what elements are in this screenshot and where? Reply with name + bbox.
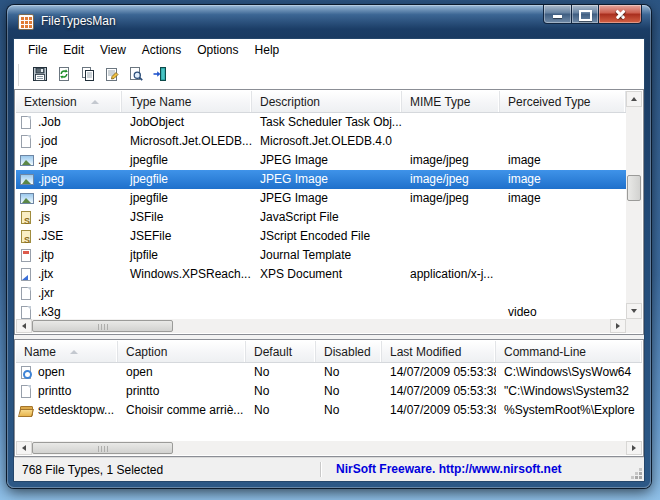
vertical-scrollbar[interactable] — [626, 91, 642, 319]
column-header-label: Last Modified — [390, 345, 461, 359]
resize-grip[interactable] — [639, 476, 642, 479]
scroll-right-button[interactable] — [610, 319, 626, 333]
column-header-default[interactable]: Default — [246, 341, 316, 362]
menu-item-actions[interactable]: Actions — [134, 40, 189, 60]
column-header-label: Default — [254, 345, 292, 359]
toolbar-find-button[interactable] — [125, 64, 147, 86]
column-header-extension[interactable]: Extension — [16, 91, 122, 112]
cell-text: jtpfile — [130, 246, 158, 265]
menu-item-options[interactable]: Options — [189, 40, 246, 60]
scroll-up-button[interactable] — [626, 91, 642, 107]
cell — [122, 303, 252, 319]
close-button[interactable] — [599, 5, 642, 24]
cell-text: .jod — [38, 132, 57, 151]
horizontal-scrollbar-thumb[interactable] — [32, 320, 173, 332]
file-types-list: ExtensionType NameDescriptionMIME TypePe… — [14, 89, 644, 335]
toolbar-properties-button[interactable] — [101, 64, 123, 86]
table-row[interactable]: .jsJSFileJavaScript File — [16, 208, 626, 227]
blank-doc-icon — [19, 384, 35, 400]
table-row[interactable]: .JSEJSEFileJScript Encoded File — [16, 227, 626, 246]
column-header-command-line[interactable]: Command-Line — [496, 341, 642, 362]
scroll-right-button[interactable] — [626, 441, 642, 455]
vertical-scrollbar-thumb[interactable] — [627, 175, 641, 201]
actions-list: NameCaptionDefaultDisabledLast ModifiedC… — [14, 339, 644, 457]
toolbar-exit-button[interactable] — [149, 64, 171, 86]
table-row[interactable]: openopenNoNo14/07/2009 05:53:38C:\Window… — [16, 363, 642, 382]
scroll-down-button[interactable] — [626, 303, 642, 319]
column-header-mime-type[interactable]: MIME Type — [402, 91, 500, 112]
column-header-perceived-type[interactable]: Perceived Type — [500, 91, 626, 112]
table-row[interactable]: .jtxWindows.XPSReach...XPS Documentappli… — [16, 265, 626, 284]
column-header-label: Description — [260, 95, 320, 109]
cell: image/jpeg — [402, 151, 500, 170]
column-header-type-name[interactable]: Type Name — [122, 91, 252, 112]
column-header-name[interactable]: Name — [16, 341, 118, 362]
cell-text: Journal Template — [260, 246, 351, 265]
cell-text: .js — [38, 208, 50, 227]
cell — [252, 303, 402, 319]
desktop: FileTypesMan FileEditViewActionsOptionsH… — [0, 0, 660, 500]
cell: "C:\Windows\System32 — [496, 382, 642, 401]
cell-text: JSEFile — [130, 227, 171, 246]
maximize-button[interactable] — [572, 5, 599, 24]
cell-text: 14/07/2009 05:53:38 — [390, 401, 496, 420]
column-header-caption[interactable]: Caption — [118, 341, 246, 362]
cell-text: image — [508, 189, 541, 208]
table-row[interactable]: .jxr — [16, 284, 626, 303]
horizontal-scrollbar[interactable] — [16, 319, 626, 333]
menu-item-edit[interactable]: Edit — [55, 40, 92, 60]
cell-text: jpegfile — [130, 151, 168, 170]
column-header-disabled[interactable]: Disabled — [316, 341, 382, 362]
nirsoft-link[interactable]: NirSoft Freeware. http://www.nirsoft.net — [336, 462, 562, 476]
cell-text: JSFile — [130, 208, 163, 227]
table-row[interactable]: .jtpjtpfileJournal Template — [16, 246, 626, 265]
menu-item-help[interactable]: Help — [247, 40, 288, 60]
scrollbar-corner — [626, 319, 642, 333]
column-header-last-modified[interactable]: Last Modified — [382, 341, 496, 362]
table-row[interactable]: .jpejpegfileJPEG Imageimage/jpegimage — [16, 151, 626, 170]
cell-text: image — [508, 170, 541, 189]
toolbar-copy-button[interactable] — [77, 64, 99, 86]
cell-text: video — [508, 303, 537, 319]
table-row[interactable]: .JobJobObjectTask Scheduler Task Obj... — [16, 113, 626, 132]
cell: Microsoft.Jet.OLEDB... — [122, 132, 252, 151]
cell: jtpfile — [122, 246, 252, 265]
table-row[interactable]: .jpegjpegfileJPEG Imageimage/jpegimage — [16, 170, 626, 189]
toolbar-refresh-button[interactable] — [53, 64, 75, 86]
cell-text: .Job — [38, 113, 61, 132]
minimize-button[interactable] — [543, 5, 572, 24]
table-row[interactable]: .jpgjpegfileJPEG Imageimage/jpegimage — [16, 189, 626, 208]
cell: No — [316, 382, 382, 401]
cell-text: No — [324, 401, 339, 420]
cell-text: JScript Encoded File — [260, 227, 370, 246]
menu-item-file[interactable]: File — [20, 40, 55, 60]
scroll-left-button[interactable] — [16, 441, 32, 455]
toolbar-save-button[interactable] — [29, 64, 51, 86]
table-row[interactable]: .k3gvideo — [16, 303, 626, 319]
cell: JavaScript File — [252, 208, 402, 227]
refresh-icon — [56, 66, 72, 85]
menubar: FileEditViewActionsOptionsHelp — [14, 39, 644, 61]
menu-item-view[interactable]: View — [92, 40, 134, 60]
cell-text: 14/07/2009 05:53:38 — [390, 382, 496, 401]
table-row[interactable]: setdesktopw...Choisir comme arriè...NoNo… — [16, 401, 642, 420]
cell-text: printto — [38, 382, 71, 401]
table-row[interactable]: printtoprinttoNoNo14/07/2009 05:53:38"C:… — [16, 382, 642, 401]
cell-text: No — [324, 363, 339, 382]
cell: 14/07/2009 05:53:38 — [382, 401, 496, 420]
cell: Choisir comme arriè... — [118, 401, 246, 420]
titlebar[interactable]: FileTypesMan — [7, 5, 651, 38]
image-icon — [19, 191, 35, 207]
scroll-left-button[interactable] — [16, 319, 32, 333]
cell: .jtx — [16, 265, 122, 284]
image-icon — [19, 153, 35, 169]
cell-text: application/x-j... — [410, 265, 493, 284]
column-header-description[interactable]: Description — [252, 91, 402, 112]
actions-horizontal-scrollbar[interactable] — [16, 441, 642, 455]
cell: JSFile — [122, 208, 252, 227]
cell — [402, 132, 500, 151]
actions-horizontal-scrollbar-thumb[interactable] — [32, 442, 173, 454]
cell-text: .k3g — [38, 303, 61, 319]
cell-text: image/jpeg — [410, 170, 469, 189]
table-row[interactable]: .jodMicrosoft.Jet.OLEDB...Microsoft.Jet.… — [16, 132, 626, 151]
